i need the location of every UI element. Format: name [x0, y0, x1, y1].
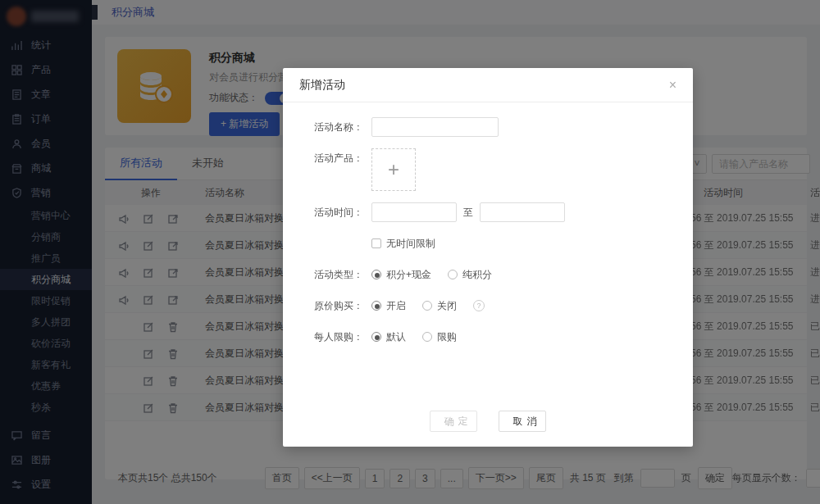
activity-time-label: 活动时间： — [283, 202, 363, 222]
activity-name-input[interactable] — [371, 117, 499, 137]
activity-product-label: 活动产品： — [283, 148, 363, 168]
confirm-button[interactable]: 确定 — [430, 411, 477, 432]
limit-default-radio[interactable] — [371, 332, 381, 342]
start-time-input[interactable] — [371, 202, 457, 222]
modal-title: 新增活动 — [299, 78, 345, 93]
no-time-limit-label: 无时间限制 — [386, 234, 435, 253]
question-icon[interactable]: ? — [473, 300, 485, 311]
type-pure-points-radio[interactable] — [448, 270, 458, 279]
time-to-label: 至 — [463, 202, 473, 222]
plus-icon: + — [388, 158, 399, 181]
original-price-label: 原价购买： — [283, 296, 363, 316]
price-off-label[interactable]: 关闭 — [437, 296, 457, 316]
limit-restricted-label[interactable]: 限购 — [437, 327, 457, 347]
cancel-button[interactable]: 取消 — [499, 411, 546, 432]
new-activity-modal: 新增活动 × 活动名称： 活动产品： + 活动时间： 至 无时间限制 — [283, 68, 693, 447]
activity-name-label: 活动名称： — [283, 117, 363, 137]
product-upload-button[interactable]: + — [371, 148, 416, 191]
end-time-input[interactable] — [480, 202, 565, 222]
price-on-label[interactable]: 开启 — [386, 296, 406, 316]
close-icon[interactable]: × — [669, 79, 676, 92]
no-time-limit-checkbox[interactable] — [371, 238, 381, 248]
price-on-radio[interactable] — [371, 301, 381, 311]
price-off-radio[interactable] — [422, 301, 432, 311]
type-pure-points-label[interactable]: 纯积分 — [462, 265, 492, 284]
limit-restricted-radio[interactable] — [422, 332, 432, 342]
per-person-limit-label: 每人限购： — [283, 327, 363, 347]
type-points-cash-radio[interactable] — [371, 270, 381, 279]
activity-type-label: 活动类型： — [283, 265, 363, 284]
limit-default-label[interactable]: 默认 — [386, 327, 406, 347]
type-points-cash-label[interactable]: 积分+现金 — [386, 265, 431, 284]
